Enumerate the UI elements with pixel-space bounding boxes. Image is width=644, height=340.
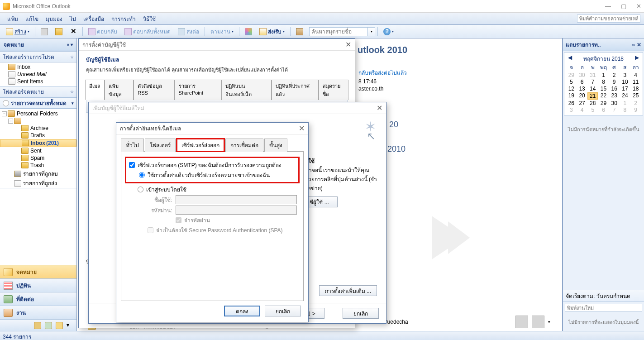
window-maximize-button[interactable]: ▢ xyxy=(621,3,626,10)
menu-actions[interactable]: การกระทำ xyxy=(108,13,139,24)
mail-folders-header[interactable]: โฟลเดอร์จดหมาย☆ xyxy=(0,86,76,97)
cal-day[interactable]: 25 xyxy=(630,92,641,100)
cal-day[interactable]: 29 xyxy=(566,72,577,78)
dlg-inet-close-button[interactable]: ✕ xyxy=(299,124,305,133)
cal-day[interactable]: 23 xyxy=(609,92,620,100)
nav-configure-icon[interactable]: ▾ xyxy=(67,322,74,329)
tab-published-cal[interactable]: ปฏิทินที่ประกาศแล้ว xyxy=(272,80,319,100)
cal-day[interactable]: 31 xyxy=(587,72,598,78)
cal-day[interactable]: 1 xyxy=(620,100,630,106)
cal-day[interactable]: 22 xyxy=(598,92,609,100)
cal-day[interactable]: 29 xyxy=(598,100,609,106)
cal-day[interactable]: 27 xyxy=(577,100,587,106)
cal-day[interactable]: 28 xyxy=(587,100,598,106)
tab-connection[interactable]: การเชื่อมต่อ xyxy=(225,139,263,152)
new-task-input[interactable] xyxy=(565,304,642,312)
cal-day[interactable]: 1 xyxy=(598,72,609,78)
nav-shortcut-icon[interactable] xyxy=(34,322,41,329)
tab-addressbooks[interactable]: สมุดรายชื่อ xyxy=(319,80,348,100)
print-button[interactable] xyxy=(38,27,51,37)
addressbook-button[interactable] xyxy=(293,27,306,37)
tree-sent[interactable]: Sent xyxy=(0,147,76,154)
cal-day[interactable]: 15 xyxy=(598,86,609,92)
cal-day[interactable]: 13 xyxy=(577,86,587,92)
all-mail-items[interactable]: รายการจดหมายทั้งหมด▾ xyxy=(0,97,76,109)
tree-personal-folders[interactable]: −Personal Folders xyxy=(0,110,76,117)
menu-view[interactable]: มุมมอง xyxy=(42,13,66,24)
nav-contacts-button[interactable]: ที่ติดต่อ xyxy=(0,292,76,306)
tree-deleted[interactable]: รายการที่ถูกลบ xyxy=(0,169,76,178)
cal-day[interactable]: 20 xyxy=(577,92,587,100)
cal-day[interactable]: 3 xyxy=(566,107,577,113)
cancel-button[interactable]: ยกเลิก xyxy=(265,306,301,316)
tree-archive[interactable]: Archive xyxy=(0,125,76,132)
cal-day[interactable]: 7 xyxy=(587,79,598,85)
tab-advanced[interactable]: ขั้นสูง xyxy=(264,139,287,152)
cal-day[interactable]: 8 xyxy=(620,107,630,113)
cal-day[interactable]: 21 xyxy=(587,92,598,100)
cal-day[interactable]: 6 xyxy=(577,79,587,85)
todo-collapse-button[interactable]: » xyxy=(632,42,635,48)
cal-day[interactable]: 8 xyxy=(598,79,609,85)
fav-inbox[interactable]: Inbox xyxy=(0,63,76,71)
more-settings-button[interactable]: การตั้งค่าเพิ่มเติม ... xyxy=(319,285,377,296)
cal-day[interactable]: 26 xyxy=(566,100,577,106)
cal-day[interactable]: 5 xyxy=(566,79,577,85)
cal-day[interactable]: 30 xyxy=(609,100,620,106)
cal-day[interactable]: 11 xyxy=(630,79,641,85)
logon-using-radio[interactable]: เข้าสู่ระบบโดยใช้ xyxy=(138,185,297,194)
cal-day[interactable]: 5 xyxy=(587,107,598,113)
tab-general[interactable]: ทั่วไป xyxy=(121,139,144,152)
cal-day[interactable]: 17 xyxy=(620,86,630,92)
window-close-button[interactable]: ✕ xyxy=(636,3,641,10)
cal-prev-button[interactable]: ◀ xyxy=(568,54,572,63)
cal-day[interactable]: 19 xyxy=(566,92,577,100)
menu-tools[interactable]: เครื่องมือ xyxy=(80,13,108,24)
window-minimize-button[interactable]: — xyxy=(605,3,611,10)
cal-day[interactable]: 9 xyxy=(630,107,641,113)
favorites-header[interactable]: โฟลเดอร์รายการโปรด☆ xyxy=(0,51,76,62)
fav-unread[interactable]: Unread Mail xyxy=(0,71,76,78)
cal-day[interactable]: 9 xyxy=(609,79,620,85)
cal-day[interactable]: 18 xyxy=(630,86,641,92)
cal-day[interactable]: 16 xyxy=(609,86,620,92)
nav-mail-button[interactable]: จดหมาย xyxy=(0,265,76,278)
cal-day[interactable]: 12 xyxy=(566,86,577,92)
reply-all-button[interactable]: ตอบกลับทั้งหมด xyxy=(121,26,174,37)
cancel-button[interactable]: ยกเลิก xyxy=(343,308,379,319)
followup-button[interactable]: ตามงาน ▾ xyxy=(207,26,237,37)
nav-calendar-button[interactable]: ปฏิทิน xyxy=(0,278,76,292)
tree-trash[interactable]: Trash xyxy=(0,162,76,169)
tab-outgoing-server[interactable]: เซิร์ฟเวอร์ส่งออก xyxy=(177,139,224,152)
tab-internet-cal[interactable]: ปฏิทินบนอินเทอร์เน็ต xyxy=(221,80,272,100)
tab-rss[interactable]: ตัวดึงข้อมูล RSS xyxy=(134,80,174,100)
tab-email[interactable]: อีเมล xyxy=(85,80,105,100)
cal-day[interactable]: 30 xyxy=(577,72,587,78)
delete-button[interactable]: ✕ xyxy=(67,27,80,37)
move-button[interactable] xyxy=(52,27,66,37)
nav-notes-icon[interactable] xyxy=(45,322,52,329)
smtp-requires-auth-checkbox[interactable]: เซิร์ฟเวอร์ขาออก (SMTP) ของฉันต้องมีการร… xyxy=(129,161,296,169)
dlg-add-close-button[interactable]: ✕ xyxy=(377,104,382,112)
cal-day[interactable]: 10 xyxy=(620,79,630,85)
tree-spam[interactable]: Spam xyxy=(0,154,76,162)
new-button[interactable]: สร้าง ▾ xyxy=(3,26,33,37)
reply-button[interactable]: ตอบกลับ xyxy=(85,26,120,37)
cal-day[interactable]: 6 xyxy=(598,107,609,113)
use-same-settings-radio[interactable]: ใช้การตั้งค่าเดียวกับเซิร์ฟเวอร์จดหมายขา… xyxy=(139,171,296,179)
todo-close-button[interactable]: ✕ xyxy=(637,42,641,48)
menu-edit[interactable]: แก้ไข xyxy=(22,13,42,24)
categorize-button[interactable] xyxy=(242,27,255,37)
tree-account[interactable]: − xyxy=(0,117,76,125)
cal-day[interactable]: 14 xyxy=(587,86,598,92)
cal-day[interactable]: 7 xyxy=(609,107,620,113)
search-addressbook-input[interactable] xyxy=(309,27,368,36)
tab-sharepoint[interactable]: รายการ SharePoint xyxy=(175,80,222,100)
tree-drafts[interactable]: Drafts xyxy=(0,132,76,139)
ok-button[interactable]: ตกลง xyxy=(224,306,260,316)
cal-day[interactable]: 4 xyxy=(630,72,641,78)
tab-folders[interactable]: โฟลเดอร์ xyxy=(145,139,176,152)
cal-day[interactable]: 24 xyxy=(620,92,630,100)
arrange-by-header[interactable]: จัดเรียงตาม: วันครบกำหนด xyxy=(563,290,644,302)
cal-day[interactable]: 2 xyxy=(630,100,641,106)
